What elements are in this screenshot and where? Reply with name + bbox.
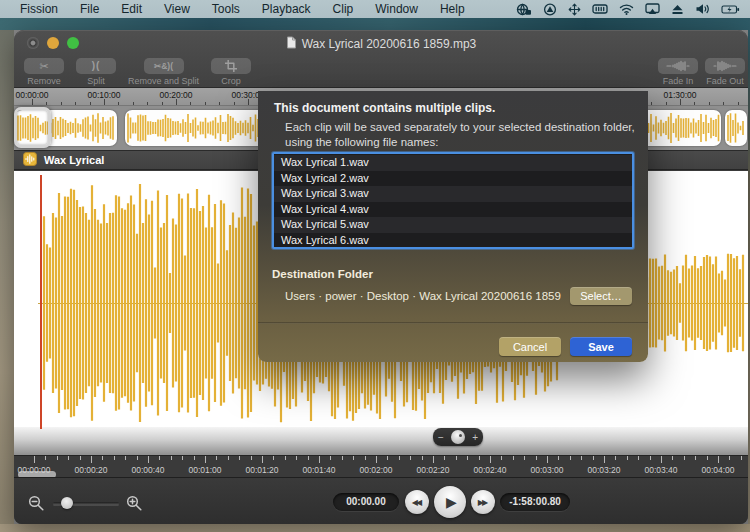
menu-item[interactable]: Clip [322,2,365,16]
toolbar-button[interactable]: )( Split [76,58,116,86]
file-name-list[interactable]: Wax Lyrical 1.wavWax Lyrical 2.wavWax Ly… [272,152,634,249]
ruler-tick [387,456,388,460]
zoom-in-button[interactable] [126,495,143,516]
ruler-tick [133,102,134,105]
ruler-tick [650,456,651,460]
file-row[interactable]: Wax Lyrical 3.wav [274,186,632,202]
playhead[interactable] [40,175,42,429]
save-button[interactable]: Save [570,337,632,356]
ruler-tick [228,456,229,460]
waveform-bottom-gradient [14,427,748,455]
ruler-tick [147,102,148,105]
track-name: Wax Lyrical [44,154,104,166]
menu-item[interactable]: File [69,2,110,16]
eject-icon[interactable] [671,4,684,15]
destination-path: Users · power · Desktop · Wax Lyrical 20… [285,290,561,302]
visible-range-selector[interactable] [14,107,51,148]
ruler-tick [490,456,491,463]
toolbar-button[interactable]: ✂ Remove [24,58,64,86]
move-icon[interactable] [568,3,581,16]
zoom-slider-thumb[interactable] [61,497,73,509]
ruler-tick [205,456,206,463]
menu-items: FissionFileEditViewToolsPlaybackClipWind… [0,2,476,16]
toolbar-right-group: Fade In Fade Out [658,58,745,86]
ruler-tick [319,456,320,463]
ruler-tick [661,456,662,463]
ruler-tick [479,456,480,460]
play-button[interactable]: ▶ [434,486,466,518]
volume-knob[interactable] [451,430,465,444]
file-row[interactable]: Wax Lyrical 4.wav [274,202,632,218]
menu-item[interactable]: Help [429,2,476,16]
overview-clip[interactable] [725,110,747,146]
desktop-wallpaper-left [0,30,14,532]
ruler-tick [524,456,525,460]
time-label: 00:00:40 [131,465,164,475]
toolbar-button[interactable]: Fade In [658,58,698,86]
track-icon [23,152,37,168]
ruler-tick [680,99,681,105]
toolbar-button[interactable]: Fade Out [705,58,745,86]
editor-timeline-ruler[interactable]: 00:00:0000:00:2000:00:4000:01:0000:01:20… [14,455,748,477]
network-vpn-icon[interactable] [516,3,532,16]
ruler-tick [162,102,163,105]
select-button[interactable]: Select… [570,287,632,305]
remaining-time-display: -1:58:00.80 [500,493,570,511]
toolbar-button[interactable]: ✂&)( Remove and Split [128,58,199,86]
ruler-tick [219,102,220,105]
dialog-divider [258,322,648,324]
time-label: 00:03:00 [530,465,563,475]
ruler-tick [190,102,191,105]
volume-minus-icon[interactable]: − [438,432,444,443]
ruler-tick [80,456,81,460]
cancel-button[interactable]: Cancel [499,337,561,356]
ruler-tick [91,456,92,463]
toolbar-button-label: Split [87,76,105,86]
ruler-tick [248,99,249,105]
save-clips-dialog: This document contains multiple clips. E… [258,91,648,362]
ruler-tick [513,456,514,460]
ruler-tick [45,456,46,460]
ruler-tick [627,456,628,460]
dialog-body-line1: Each clip will be saved separately to yo… [285,120,635,135]
menu-item[interactable]: View [153,2,201,16]
ruler-tick [666,102,667,105]
keyboard-icon[interactable] [592,3,608,15]
ruler-tick [467,456,468,460]
toolbar-button-label: Remove [27,76,61,86]
ruler-tick [444,456,445,460]
ruler-tick [638,456,639,460]
file-row[interactable]: Wax Lyrical 6.wav [274,233,632,249]
ruler-tick [176,99,177,105]
menu-item[interactable]: Edit [110,2,153,16]
zoom-out-button[interactable] [28,495,45,516]
toolbar-button[interactable]: Crop [211,58,251,86]
airport-icon[interactable] [543,3,557,16]
time-label: 00:01:00 [188,465,221,475]
zoom-slider[interactable] [53,496,119,510]
menu-item[interactable]: Fission [9,2,69,16]
ruler-tick [75,102,76,105]
ruler-tick [501,456,502,460]
ruler-tick [433,456,434,463]
ruler-tick [651,102,652,105]
file-row[interactable]: Wax Lyrical 5.wav [274,217,632,233]
menu-item[interactable]: Window [364,2,429,16]
volume-plus-icon[interactable]: + [472,432,478,443]
menu-item[interactable]: Tools [201,2,251,16]
wifi-icon[interactable] [619,3,634,15]
file-row[interactable]: Wax Lyrical 1.wav [274,155,632,171]
rewind-button[interactable]: ◀◀ [405,490,429,514]
battery-icon[interactable] [721,4,740,15]
ruler-tick [182,456,183,460]
airplay-icon[interactable] [645,3,660,15]
ruler-tick [536,456,537,460]
fast-forward-button[interactable]: ▶▶ [471,490,495,514]
menu-item[interactable]: Playback [251,2,322,16]
volume-icon[interactable] [695,3,710,15]
ruler-tick [615,456,616,460]
file-row[interactable]: Wax Lyrical 2.wav [274,171,632,187]
clip-volume-control[interactable]: − + [433,428,483,446]
window-title: Wax Lyrical 20200616 1859.mp3 [14,35,748,53]
toolbar-button-label: Crop [221,76,241,86]
